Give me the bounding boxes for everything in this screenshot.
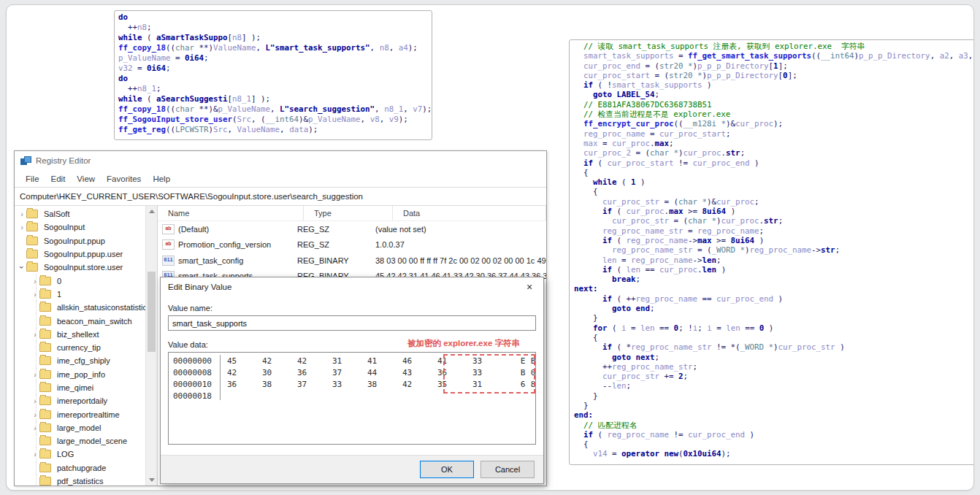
tree-item-label: large_model (55, 423, 104, 432)
menu-item-view[interactable]: View (71, 173, 101, 185)
reg-sz-icon: ab (162, 239, 175, 250)
code-line: p_ValueName = 0i64; (118, 53, 428, 64)
address-bar[interactable]: Computer\HKEY_CURRENT_USER\SOFTWARE\Sogo… (15, 187, 546, 206)
column-header-type[interactable]: Type (304, 206, 393, 220)
tree-item-label: allskin_statusiconstatistics (55, 303, 145, 312)
hex-editor[interactable]: 000000004542423141464133EBB1AFA300000008… (168, 352, 536, 445)
tree-item-log[interactable]: ›LOG (15, 448, 145, 461)
folder-icon (26, 210, 38, 218)
chevron-right-icon[interactable]: › (31, 411, 39, 418)
code-line: cur_proc_end = (str20 *)p_p_p_Directory[… (574, 61, 974, 71)
code-line: ff_encrypt_cur_proc((__m128i *)&cur_proc… (574, 119, 974, 128)
code-line: max = cur_proc.max; (574, 139, 974, 148)
tree-item-label: SalSoft (42, 210, 72, 218)
tree-item-sogouinput.ppup.user[interactable]: ›SogouInput.ppup.user (15, 248, 145, 261)
reg-binary-icon: 011 (162, 256, 175, 266)
tree-item-label: pdf_statistics (55, 477, 106, 486)
tree-guide-line (36, 314, 37, 327)
cancel-button[interactable]: Cancel (481, 461, 535, 478)
tree-item-label: beacon_main_switch (55, 317, 134, 326)
hex-byte: 37 (324, 368, 359, 377)
chevron-right-icon[interactable]: › (31, 450, 39, 458)
tree-item-0[interactable]: ›0 (15, 274, 145, 287)
folder-icon (39, 370, 51, 379)
registry-value-row[interactable]: 011smart_task_configREG_BINARY38 03 00 0… (158, 253, 546, 269)
tree-scrollbar[interactable] (145, 206, 157, 486)
code-line: if ( ++reg_proc_name == cur_proc_end ) (574, 294, 974, 304)
tree-item-salsoft[interactable]: ›SalSoft (15, 207, 145, 220)
registry-editor-titlebar[interactable]: Registry Editor (15, 151, 546, 170)
tree-item-ime_qimei[interactable]: ›ime_qimei (15, 381, 145, 394)
value-type: REG_SZ (297, 240, 375, 249)
registry-value-row[interactable]: ab(Default)REG_SZ(value not set) (158, 221, 546, 237)
hex-byte: 46 (394, 356, 429, 366)
menu-item-favorites[interactable]: Favorites (101, 173, 147, 185)
tree-item-currency_tip[interactable]: ›currency_tip (15, 341, 145, 354)
folder-icon (39, 437, 51, 445)
hex-byte: 43 (394, 368, 429, 377)
code-line: } (574, 401, 974, 410)
chevron-right-icon[interactable]: › (31, 291, 39, 298)
value-data-label: Value data: (168, 340, 208, 349)
tree-item-large_model[interactable]: ›large_model (15, 421, 145, 434)
scroll-up-icon[interactable] (146, 206, 157, 217)
chevron-right-icon[interactable]: › (31, 331, 39, 338)
hex-byte: 36 (218, 380, 253, 389)
menu-item-help[interactable]: Help (147, 173, 176, 185)
tree-guide-line (36, 301, 37, 314)
folder-icon (39, 330, 51, 339)
column-header-data[interactable]: Data (393, 206, 546, 220)
tree-item-sogouinput.store.user[interactable]: ›SogouInput.store.user (15, 261, 145, 274)
code-line: if ( reg_proc_name != cur_proc_end ) (574, 430, 974, 440)
code-line: goto LABEL_54; (574, 90, 974, 99)
scrollbar-thumb[interactable] (148, 272, 156, 352)
tree-item-label: large_model_scene (55, 437, 129, 445)
tree-item-ime_cfg_shiply[interactable]: ›ime_cfg_shiply (15, 354, 145, 367)
chevron-right-icon[interactable]: › (31, 277, 39, 285)
tree-item-allskin_statusiconstatistics[interactable]: ›allskin_statusiconstatistics (15, 301, 145, 314)
close-icon[interactable]: × (518, 279, 540, 295)
tree-item-imereportdaily[interactable]: ›imereportdaily (15, 394, 145, 407)
menu-item-edit[interactable]: Edit (45, 173, 72, 185)
value-name-label: Value name: (168, 304, 536, 312)
tree-item-pdf_statistics[interactable]: ›pdf_statistics (15, 475, 145, 486)
tree-item-sogouinput[interactable]: ›SogouInput (15, 220, 145, 234)
registry-editor-icon (20, 156, 31, 166)
ok-button[interactable]: OK (420, 461, 474, 478)
registry-tree: ›SalSoft›SogouInput›SogouInput.ppup›Sogo… (15, 206, 145, 486)
tree-item-patchupgrade[interactable]: ›patchupgrade (15, 461, 145, 475)
tree-item-imereportrealtime[interactable]: ›imereportrealtime (15, 407, 145, 421)
scroll-down-icon[interactable] (146, 475, 157, 486)
value-name-field[interactable]: smart_task_supports (168, 315, 536, 331)
code-line: if ( *reg_proc_name_str != *(_WORD *)cur… (574, 342, 974, 352)
tree-item-large_model_scene[interactable]: ›large_model_scene (15, 434, 145, 448)
hex-offset-separator (220, 355, 221, 400)
tree-item-label: imereportdaily (55, 396, 110, 405)
folder-icon (39, 383, 51, 392)
code-line: ff_get_reg((LPCWSTR)Src, ValueName, data… (118, 125, 428, 135)
code-line: ++n8_1; (118, 84, 428, 94)
tree-item-beacon_main_switch[interactable]: ›beacon_main_switch (15, 314, 145, 327)
tree-item-1[interactable]: ›1 (15, 288, 145, 301)
chevron-right-icon[interactable]: › (31, 397, 39, 404)
dialog-titlebar[interactable]: Edit Binary Value × (161, 277, 543, 296)
folder-icon (39, 450, 51, 458)
tree-item-biz_shellext[interactable]: ›biz_shellext (15, 328, 145, 341)
column-header-name[interactable]: Name (158, 206, 304, 220)
code-line: // 检查当前进程是不是 explorer.exe (574, 110, 974, 119)
code-line: ++reg_proc_name_str; (574, 362, 974, 372)
folder-icon (26, 250, 38, 258)
chevron-right-icon[interactable]: › (31, 371, 39, 378)
value-type: REG_SZ (297, 225, 375, 234)
page: do ++n8;while ( aSmartTaskSuppo[n8] );ff… (0, 0, 980, 495)
tree-item-sogouinput.ppup[interactable]: ›SogouInput.ppup (15, 234, 145, 248)
hex-offset: 00000008 (169, 368, 218, 377)
chevron-right-icon[interactable]: › (18, 210, 26, 218)
chevron-down-icon[interactable]: › (18, 263, 26, 272)
menu-item-file[interactable]: File (20, 173, 45, 185)
chevron-right-icon[interactable]: › (31, 424, 39, 431)
chevron-right-icon[interactable]: › (18, 223, 26, 231)
registry-value-row[interactable]: abPromotion_config_versionREG_SZ1.0.0.37 (158, 237, 546, 253)
folder-icon (39, 423, 51, 432)
tree-item-ime_pop_info[interactable]: ›ime_pop_info (15, 368, 145, 381)
